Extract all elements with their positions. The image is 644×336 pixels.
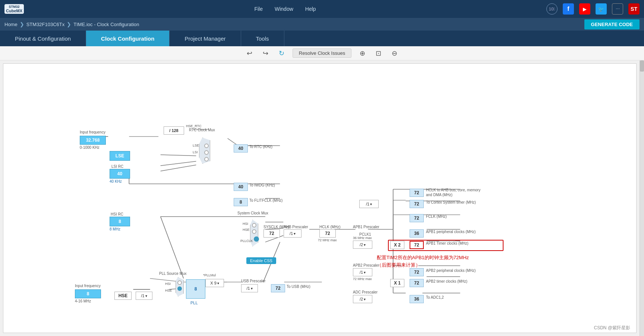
lse-label: LSE: [116, 153, 124, 158]
tab-pinout[interactable]: Pinout & Configuration: [0, 31, 86, 46]
facebook-icon[interactable]: f: [563, 3, 574, 15]
input-freq-2-range: 4-16 MHz: [75, 299, 91, 303]
nav-window[interactable]: Window: [275, 6, 293, 12]
scrollbar-right[interactable]: [640, 60, 644, 336]
hclk-max-label: 72 MHz max: [318, 238, 337, 242]
flitfclk-box[interactable]: 8: [234, 198, 248, 206]
tab-bar: Pinout & Configuration Clock Configurati…: [0, 31, 644, 46]
top-icons: 10⃣ f ▶ 🐦 ⋯ ST: [546, 3, 640, 15]
nav-file[interactable]: File: [254, 6, 263, 12]
ahb-div-select[interactable]: /1: [284, 229, 302, 238]
input-freq-2-val: 8: [87, 291, 89, 296]
fit-button[interactable]: ⊡: [373, 48, 383, 58]
hsi-unit-label: 8 MHz: [110, 227, 120, 231]
lsi-mux-label: LSI: [193, 150, 198, 154]
cortex-timer-box[interactable]: 72: [410, 200, 424, 208]
input-freq-1-label: Input frequency: [80, 130, 105, 134]
input-freq-2-box[interactable]: 8: [75, 289, 101, 298]
youtube-icon[interactable]: ▶: [579, 3, 590, 15]
redo-button[interactable]: ↪: [261, 48, 271, 58]
lse-box[interactable]: LSE: [110, 151, 130, 161]
svg-line-8: [161, 161, 196, 166]
diagram-area[interactable]: Input frequency 32.768 0-1000 KHz LSE LS…: [3, 63, 637, 333]
usb-div-select[interactable]: /1: [241, 284, 258, 292]
hclk-label: HCLK (MHz): [319, 225, 341, 229]
rtc-output-label: To RTC (KHz): [249, 145, 272, 149]
apb1-periph-box[interactable]: 36: [410, 229, 424, 238]
pll-mux-dot-hse: [177, 286, 182, 291]
pll-mul-label: *PLLMul: [203, 273, 216, 277]
input-freq-1-box[interactable]: 32.768: [80, 136, 106, 145]
div128-label: / 128: [169, 128, 178, 133]
scrollbar-thumb[interactable]: [640, 60, 644, 72]
tab-tools[interactable]: Tools: [241, 31, 284, 46]
apb2-max-label: 72 MHz max: [353, 277, 372, 281]
flitfclk-label: To FLITFCLK (MHz): [249, 198, 282, 202]
apb1-timer-mult: X 2: [394, 242, 401, 248]
hse-mux-label: HSE: [243, 228, 250, 232]
twitter-icon[interactable]: 🐦: [596, 3, 607, 15]
hsi-val: 8: [119, 219, 121, 224]
hclk-box[interactable]: 72: [319, 229, 336, 238]
mux-dot-hse-rtc: [204, 157, 209, 161]
lse-mux-label: LSE: [193, 144, 199, 147]
hse-box[interactable]: HSE: [114, 292, 132, 300]
lsi-rc-label: LSI RC: [111, 164, 123, 169]
hclk-output-label: HCLK to AHB bus, core, memory and DMA (M…: [426, 188, 486, 197]
cortex-timer-label: To Cortex System timer (MHz): [426, 200, 476, 204]
pll-x9-select[interactable]: X 9: [205, 279, 224, 287]
apb2-timer-mult-box[interactable]: X 1: [390, 279, 404, 287]
usb-val: 72: [275, 286, 280, 291]
pll-box: 8: [186, 279, 205, 299]
pll-mux-dot-hsi: [177, 280, 182, 285]
pll-pre-div-select[interactable]: /1: [136, 292, 152, 300]
apb1-timer-box[interactable]: 72: [410, 241, 424, 249]
refresh-button[interactable]: ↻: [277, 48, 287, 58]
apb1-timer-mult-box[interactable]: X 2: [390, 241, 404, 249]
tab-clock[interactable]: Clock Configuration: [86, 31, 170, 46]
hsi-box[interactable]: 8: [110, 217, 130, 226]
breadcrumb-current: TIME.ioc - Clock Configuration: [73, 22, 139, 27]
breadcrumb-mcu[interactable]: STM32F103C6Tx: [26, 22, 65, 27]
apb1-timer-label: APB1 Timer clocks (MHz): [426, 241, 468, 245]
apb2-timer-box[interactable]: 72: [410, 279, 424, 287]
adc-label: To ADC1,2: [426, 295, 444, 299]
enable-css-button[interactable]: Enable CSS: [246, 257, 276, 264]
tab-project[interactable]: Project Manager: [170, 31, 241, 46]
breadcrumb-home[interactable]: Home: [4, 22, 18, 27]
apb1-periph-label: APB1 peripheral clocks (MHz): [426, 230, 476, 234]
apb2-periph-box[interactable]: 72: [410, 268, 424, 276]
rtc-output-box[interactable]: 40: [234, 144, 248, 153]
zoom-out-button[interactable]: ⊖: [389, 48, 400, 58]
undo-button[interactable]: ↩: [244, 48, 255, 58]
iwdg-output-box[interactable]: 40: [234, 183, 248, 191]
apb2-periph-label: APB2 peripheral clocks (MHz): [426, 269, 476, 273]
top-bar: STM32 CubeMX File Window Help 10⃣ f ▶ 🐦 …: [0, 0, 644, 18]
lsi-val: 40: [117, 171, 122, 176]
div128-box[interactable]: / 128: [164, 126, 184, 135]
fclk-box[interactable]: 72: [410, 214, 424, 222]
apb2-periph-val: 72: [414, 270, 419, 275]
flitfclk-val: 8: [240, 200, 242, 205]
share-icon[interactable]: ⋯: [612, 3, 623, 15]
apb1-div-select[interactable]: /2: [353, 241, 372, 249]
generate-code-button[interactable]: GENERATE CODE: [584, 19, 640, 29]
adc-box[interactable]: 36: [410, 295, 424, 303]
cortex-div-select[interactable]: /1: [359, 200, 379, 208]
hclk-output-val: 72: [414, 190, 419, 195]
resolve-clock-button[interactable]: Resolve Clock Issues: [293, 48, 351, 58]
apb2-div-select[interactable]: /1: [353, 268, 372, 276]
usb-box[interactable]: 72: [271, 284, 285, 292]
usb-label: To USB (MHz): [287, 285, 310, 289]
logo-box: STM32 CubeMX: [4, 4, 24, 14]
apb2-timer-mult: X 1: [394, 280, 401, 286]
adc-div-select[interactable]: /2: [353, 295, 372, 303]
lsi-unit-label: 40 KHz: [110, 179, 122, 183]
lsi-box[interactable]: 40: [110, 169, 130, 179]
rtc-clock-mux-label: RTC Clock Mux: [189, 128, 215, 132]
nav-help[interactable]: Help: [305, 6, 316, 12]
sysclk-box[interactable]: 72: [263, 229, 280, 238]
hclk-output-box[interactable]: 72: [410, 189, 424, 197]
zoom-in-button[interactable]: ⊕: [357, 48, 367, 58]
breadcrumb-arrow-2: ❯: [67, 21, 71, 27]
